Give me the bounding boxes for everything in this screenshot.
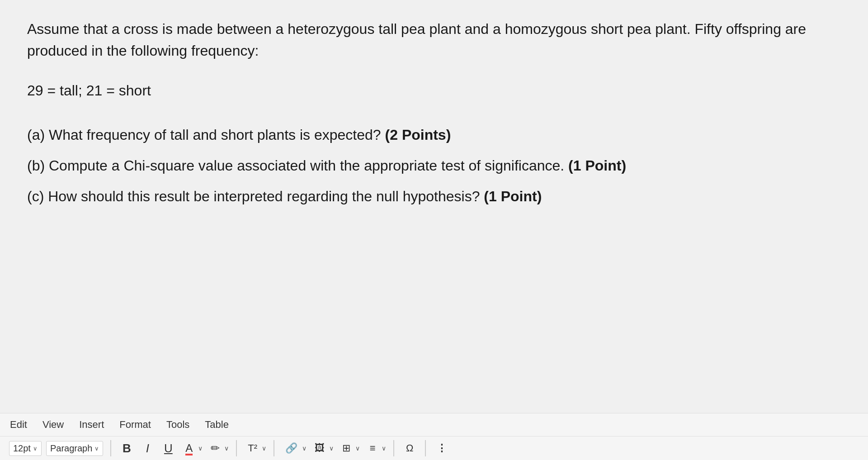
image-group[interactable]: 🖼 ∨ (311, 440, 334, 456)
italic-icon: I (146, 441, 149, 455)
menu-bar: Edit View Insert Format Tools Table (0, 413, 868, 436)
italic-button[interactable]: I (139, 440, 156, 456)
paragraph-style-value: Paragraph (50, 443, 92, 454)
formatting-bar: 12pt ∨ Paragraph ∨ B I U (0, 436, 868, 460)
link-button[interactable]: 🔗 (282, 440, 301, 456)
align-icon: ≡ (370, 442, 376, 454)
align-button[interactable]: ≡ (364, 440, 381, 456)
pencil-icon: ✏ (211, 442, 220, 455)
editor-container: Assume that a cross is made between a he… (0, 0, 868, 460)
bold-icon: B (123, 441, 131, 455)
menu-view[interactable]: View (42, 417, 65, 432)
menu-format[interactable]: Format (118, 417, 152, 432)
underline-button[interactable]: U (160, 440, 176, 456)
embed-table-icon: ⊞ (342, 442, 350, 454)
more-options-button[interactable]: ⋮ (433, 440, 451, 456)
highlight-group[interactable]: ✏ ∨ (207, 440, 229, 456)
text-color-group[interactable]: A ∨ (181, 440, 203, 456)
paragraph-5-prefix: (c) How should this result be interprete… (27, 188, 484, 204)
paragraph-dropdown[interactable]: Paragraph ∨ (46, 441, 103, 456)
superscript-group[interactable]: T² ∨ (244, 440, 266, 456)
highlight-chevron-icon: ∨ (224, 445, 229, 452)
toolbar-divider-1 (110, 440, 111, 456)
paragraph-2: 29 = tall; 21 = short (27, 80, 841, 101)
menu-insert[interactable]: Insert (78, 417, 105, 432)
underline-icon: U (164, 441, 173, 455)
menu-tools[interactable]: Tools (165, 417, 190, 432)
paragraph-4-bold: (1 Point) (568, 157, 626, 174)
toolbar-divider-3 (274, 440, 274, 456)
toolbar-divider-5 (425, 440, 426, 456)
link-group[interactable]: 🔗 ∨ (282, 440, 307, 456)
font-size-value: 12pt (13, 443, 31, 454)
toolbar-divider-4 (393, 440, 394, 456)
text-color-chevron-icon: ∨ (198, 445, 203, 452)
image-chevron-icon: ∨ (329, 445, 334, 452)
superscript-icon: T² (248, 442, 257, 454)
link-icon: 🔗 (285, 442, 297, 454)
menu-table[interactable]: Table (204, 417, 230, 432)
text-color-a-icon: A (185, 442, 193, 455)
paragraph-1: Assume that a cross is made between a he… (27, 18, 841, 62)
font-size-chevron-icon: ∨ (33, 445, 38, 452)
paragraph-chevron-icon: ∨ (94, 445, 99, 452)
paragraph-4: (b) Compute a Chi-square value associate… (27, 155, 841, 176)
paragraph-2-text: 29 = tall; 21 = short (27, 82, 151, 99)
paragraph-3: (a) What frequency of tall and short pla… (27, 124, 841, 146)
special-char-button[interactable]: Ω (401, 440, 418, 456)
toolbar-area: Edit View Insert Format Tools Table 12pt… (0, 413, 868, 460)
paragraph-5-bold: (1 Point) (484, 188, 542, 204)
paragraph-3-prefix: (a) What frequency of tall and short pla… (27, 127, 385, 143)
embed-button[interactable]: ⊞ (338, 440, 354, 456)
paragraph-1-text: Assume that a cross is made between a he… (27, 21, 806, 59)
font-size-dropdown[interactable]: 12pt ∨ (9, 441, 42, 456)
highlight-button[interactable]: ✏ (207, 440, 223, 456)
bold-button[interactable]: B (118, 440, 135, 456)
toolbar-divider-2 (236, 440, 237, 456)
content-area: Assume that a cross is made between a he… (0, 0, 868, 413)
align-chevron-icon: ∨ (382, 445, 386, 452)
more-options-icon: ⋮ (437, 442, 448, 454)
text-color-button[interactable]: A (181, 440, 197, 456)
paragraph-4-prefix: (b) Compute a Chi-square value associate… (27, 157, 568, 174)
embed-chevron-icon: ∨ (355, 445, 360, 452)
embed-group[interactable]: ⊞ ∨ (338, 440, 360, 456)
special-char-icon: Ω (406, 442, 413, 454)
paragraph-5: (c) How should this result be interprete… (27, 185, 841, 207)
align-group[interactable]: ≡ ∨ (364, 440, 386, 456)
image-icon: 🖼 (315, 442, 325, 454)
paragraph-3-bold: (2 Points) (385, 127, 451, 143)
image-button[interactable]: 🖼 (311, 440, 328, 456)
superscript-chevron-icon: ∨ (262, 445, 266, 452)
superscript-button[interactable]: T² (244, 440, 261, 456)
link-chevron-icon: ∨ (302, 445, 307, 452)
menu-edit[interactable]: Edit (9, 417, 28, 432)
